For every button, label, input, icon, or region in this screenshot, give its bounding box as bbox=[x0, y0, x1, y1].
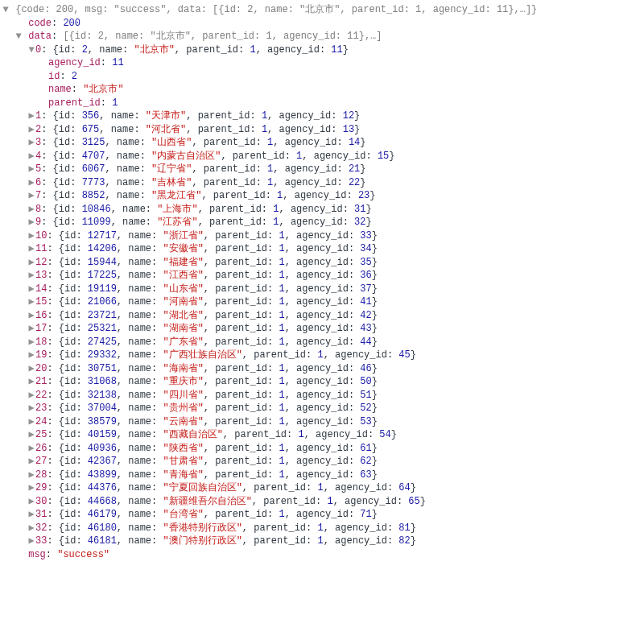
disclosure-right-icon[interactable]: ▶ bbox=[27, 109, 35, 123]
disclosure-right-icon[interactable]: ▶ bbox=[27, 229, 35, 243]
disclosure-right-icon[interactable]: ▶ bbox=[27, 189, 35, 203]
array-entry[interactable]: ▶13: {id: 17225, name: "江西省", parent_id:… bbox=[2, 269, 644, 283]
array-entry[interactable]: ▶31: {id: 46179, name: "台湾省", parent_id:… bbox=[2, 508, 644, 522]
array-entry[interactable]: ▶28: {id: 43899, name: "青海省", parent_id:… bbox=[2, 469, 644, 482]
disclosure-right-icon[interactable]: ▶ bbox=[27, 522, 35, 535]
disclosure-right-icon[interactable]: ▶ bbox=[27, 256, 35, 270]
json-prop-msg[interactable]: msg: "success" bbox=[2, 548, 644, 562]
msg-value: "success" bbox=[57, 549, 109, 560]
array-entry[interactable]: ▶30: {id: 44668, name: "新疆维吾尔自治区", paren… bbox=[2, 495, 644, 509]
array-entry[interactable]: ▶5: {id: 6067, name: "辽宁省", parent_id: 1… bbox=[2, 163, 644, 176]
disclosure-right-icon[interactable]: ▶ bbox=[27, 349, 35, 362]
array-entry[interactable]: ▶22: {id: 32138, name: "四川省", parent_id:… bbox=[2, 389, 644, 402]
disclosure-right-icon[interactable]: ▶ bbox=[27, 136, 35, 150]
disclosure-right-icon[interactable]: ▶ bbox=[27, 309, 35, 323]
array-entry[interactable]: ▶20: {id: 30751, name: "海南省", parent_id:… bbox=[2, 362, 644, 376]
disclosure-right-icon[interactable]: ▶ bbox=[27, 362, 35, 376]
json-prop[interactable]: id: 2 bbox=[2, 70, 644, 84]
disclosure-right-icon[interactable]: ▶ bbox=[27, 495, 35, 509]
json-tree: ▼ {code: 200, msg: "success", data: [{id… bbox=[0, 0, 644, 564]
json-prop[interactable]: parent_id: 1 bbox=[2, 97, 644, 110]
disclosure-right-icon[interactable]: ▶ bbox=[27, 203, 35, 217]
disclosure-right-icon[interactable]: ▶ bbox=[27, 469, 35, 482]
disclosure-right-icon[interactable]: ▶ bbox=[27, 295, 35, 309]
array-entry[interactable]: ▶17: {id: 25321, name: "湖南省", parent_id:… bbox=[2, 322, 644, 336]
disclosure-right-icon[interactable]: ▶ bbox=[27, 123, 35, 137]
json-prop-data[interactable]: ▼ data: [{id: 2, name: "北京市", parent_id:… bbox=[2, 30, 644, 43]
json-prop-code[interactable]: code: 200 bbox=[2, 17, 644, 31]
disclosure-down-icon[interactable]: ▼ bbox=[27, 43, 35, 57]
disclosure-right-icon[interactable]: ▶ bbox=[27, 442, 35, 456]
array-entry[interactable]: ▶25: {id: 40159, name: "西藏自治区", parent_i… bbox=[2, 428, 644, 442]
disclosure-right-icon[interactable]: ▶ bbox=[27, 428, 35, 442]
disclosure-right-icon[interactable]: ▶ bbox=[27, 269, 35, 283]
array-entry[interactable]: ▶11: {id: 14206, name: "安徽省", parent_id:… bbox=[2, 242, 644, 256]
array-entry[interactable]: ▶1: {id: 356, name: "天津市", parent_id: 1,… bbox=[2, 109, 644, 123]
disclosure-down-icon[interactable]: ▼ bbox=[2, 3, 10, 17]
disclosure-right-icon[interactable]: ▶ bbox=[27, 163, 35, 176]
root-preview: {code: 200, msg: "success", data: [{id: … bbox=[15, 4, 537, 15]
array-entry[interactable]: ▶14: {id: 19119, name: "山东省", parent_id:… bbox=[2, 283, 644, 296]
json-prop[interactable]: agency_id: 11 bbox=[2, 56, 644, 70]
array-entry[interactable]: ▶4: {id: 4707, name: "内蒙古自治区", parent_id… bbox=[2, 150, 644, 163]
array-entry[interactable]: ▶10: {id: 12717, name: "浙江省", parent_id:… bbox=[2, 229, 644, 243]
array-entry[interactable]: ▶16: {id: 23721, name: "湖北省", parent_id:… bbox=[2, 309, 644, 323]
disclosure-right-icon[interactable]: ▶ bbox=[27, 176, 35, 190]
disclosure-down-icon[interactable]: ▼ bbox=[14, 30, 23, 43]
array-entry[interactable]: ▼0: {id: 2, name: "北京市", parent_id: 1, a… bbox=[2, 43, 644, 57]
disclosure-right-icon[interactable]: ▶ bbox=[27, 481, 35, 495]
disclosure-right-icon[interactable]: ▶ bbox=[27, 389, 35, 402]
json-prop[interactable]: name: "北京市" bbox=[2, 83, 644, 97]
array-entry[interactable]: ▶12: {id: 15944, name: "福建省", parent_id:… bbox=[2, 256, 644, 270]
array-entry[interactable]: ▶9: {id: 11099, name: "江苏省", parent_id: … bbox=[2, 216, 644, 229]
disclosure-right-icon[interactable]: ▶ bbox=[27, 150, 35, 163]
disclosure-right-icon[interactable]: ▶ bbox=[27, 402, 35, 415]
disclosure-right-icon[interactable]: ▶ bbox=[27, 322, 35, 336]
array-entry[interactable]: ▶15: {id: 21066, name: "河南省", parent_id:… bbox=[2, 295, 644, 309]
disclosure-right-icon[interactable]: ▶ bbox=[27, 415, 35, 429]
disclosure-right-icon[interactable]: ▶ bbox=[27, 455, 35, 469]
array-entry[interactable]: ▶32: {id: 46180, name: "香港特别行政区", parent… bbox=[2, 522, 644, 535]
array-entry[interactable]: ▶18: {id: 27425, name: "广东省", parent_id:… bbox=[2, 336, 644, 349]
array-entry[interactable]: ▶33: {id: 46181, name: "澳门特别行政区", parent… bbox=[2, 535, 644, 548]
array-entry[interactable]: ▶6: {id: 7773, name: "吉林省", parent_id: 1… bbox=[2, 176, 644, 190]
array-entry[interactable]: ▶3: {id: 3125, name: "山西省", parent_id: 1… bbox=[2, 136, 644, 150]
array-entry[interactable]: ▶24: {id: 38579, name: "云南省", parent_id:… bbox=[2, 415, 644, 429]
array-entry[interactable]: ▶26: {id: 40936, name: "陕西省", parent_id:… bbox=[2, 442, 644, 456]
array-entry[interactable]: ▶2: {id: 675, name: "河北省", parent_id: 1,… bbox=[2, 123, 644, 137]
array-entry[interactable]: ▶21: {id: 31068, name: "重庆市", parent_id:… bbox=[2, 375, 644, 389]
disclosure-right-icon[interactable]: ▶ bbox=[27, 283, 35, 296]
array-entry[interactable]: ▶7: {id: 8852, name: "黑龙江省", parent_id: … bbox=[2, 189, 644, 203]
disclosure-right-icon[interactable]: ▶ bbox=[27, 375, 35, 389]
disclosure-right-icon[interactable]: ▶ bbox=[27, 336, 35, 349]
disclosure-right-icon[interactable]: ▶ bbox=[27, 508, 35, 522]
array-entry[interactable]: ▶23: {id: 37004, name: "贵州省", parent_id:… bbox=[2, 402, 644, 415]
array-entry[interactable]: ▶8: {id: 10846, name: "上海市", parent_id: … bbox=[2, 203, 644, 217]
disclosure-right-icon[interactable]: ▶ bbox=[27, 242, 35, 256]
data-array: ▼0: {id: 2, name: "北京市", parent_id: 1, a… bbox=[2, 43, 644, 548]
array-entry[interactable]: ▶27: {id: 42367, name: "甘肃省", parent_id:… bbox=[2, 455, 644, 469]
array-entry[interactable]: ▶29: {id: 44376, name: "宁夏回族自治区", parent… bbox=[2, 481, 644, 495]
array-entry[interactable]: ▶19: {id: 29332, name: "广西壮族自治区", parent… bbox=[2, 349, 644, 362]
disclosure-right-icon[interactable]: ▶ bbox=[27, 535, 35, 548]
json-root-line[interactable]: ▼ {code: 200, msg: "success", data: [{id… bbox=[2, 3, 644, 17]
disclosure-right-icon[interactable]: ▶ bbox=[27, 216, 35, 229]
